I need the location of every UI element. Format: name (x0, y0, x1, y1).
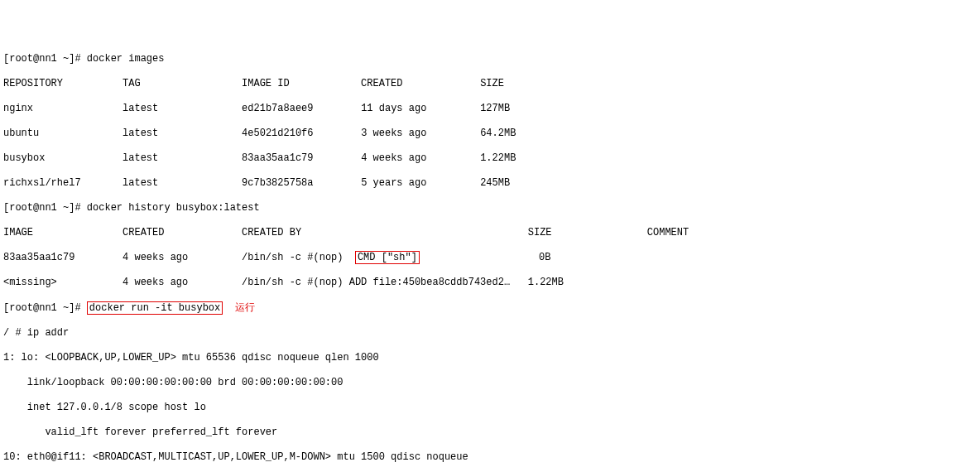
table-row: ubuntu latest 4e5021d210f6 3 weeks ago 6… (3, 128, 977, 140)
output-line: 1: lo: <LOOPBACK,UP,LOWER_UP> mtu 65536 … (3, 352, 977, 364)
terminal-line: [root@nn1 ~]# docker history busybox:lat… (3, 202, 977, 214)
table-row: richxsl/rhel7 latest 9c7b3825758a 5 year… (3, 177, 977, 190)
docker-run-highlight: docker run -it busybox (87, 301, 223, 315)
table-row: nginx latest ed21b7a8aee9 11 days ago 12… (3, 103, 977, 115)
terminal-line: / # ip addr (3, 327, 977, 340)
output-line: link/loopback 00:00:00:00:00:00 brd 00:0… (3, 377, 977, 389)
output-line: 10: eth0@if11: <BROADCAST,MULTICAST,UP,L… (3, 451, 977, 464)
table-header: REPOSITORY TAG IMAGE ID CREATED SIZE (3, 78, 977, 90)
table-row: 83aa35aa1c79 4 weeks ago /bin/sh -c #(no… (3, 252, 977, 264)
table-row: <missing> 4 weeks ago /bin/sh -c #(nop) … (3, 277, 977, 289)
output-line: inet 127.0.0.1/8 scope host lo (3, 402, 977, 414)
annotation-run: 运行 (235, 301, 255, 313)
table-row: busybox latest 83aa35aa1c79 4 weeks ago … (3, 152, 977, 165)
cmd-sh-highlight: CMD ["sh"] (355, 251, 420, 264)
table-header: IMAGE CREATED CREATED BY SIZE COMMENT (3, 227, 977, 239)
output-line: valid_lft forever preferred_lft forever (3, 426, 977, 439)
terminal-line: [root@nn1 ~]# docker images (3, 53, 977, 65)
terminal-line: [root@nn1 ~]# docker run -it busybox 运行 (3, 301, 977, 315)
